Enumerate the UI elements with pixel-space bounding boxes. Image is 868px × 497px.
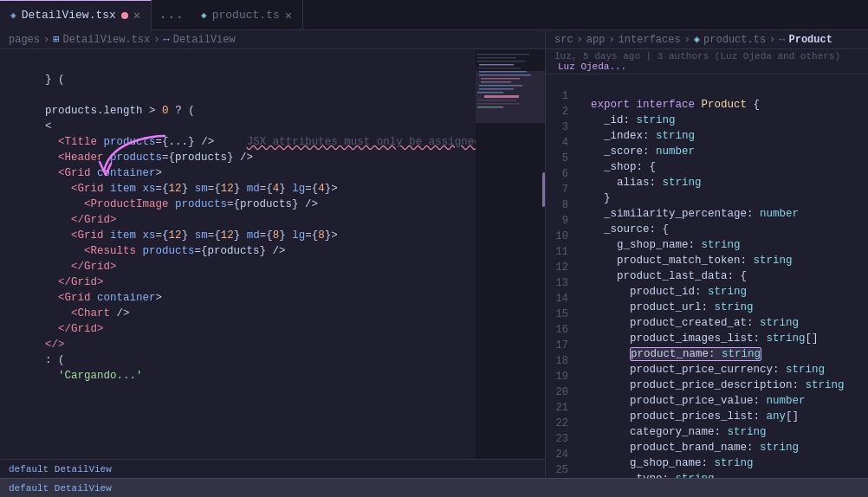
- bc-sep2: ›: [608, 34, 614, 46]
- blame-user: Luz Ojeda...: [558, 61, 626, 72]
- left-code-area: } ( products.length > 0 ? ( < <Title pro…: [0, 49, 545, 459]
- minimap[interactable]: [476, 49, 545, 459]
- blame-text: luz, 5 days ago | 3 authors (Luz Ojeda a…: [554, 51, 840, 61]
- export-label: default DetailView: [9, 464, 112, 474]
- ts-icon: ◈: [201, 10, 207, 21]
- scroll-indicator: [542, 172, 545, 207]
- export-value: default DetailView: [9, 483, 112, 494]
- bc-src: src: [554, 34, 573, 46]
- minimap-viewport: [476, 71, 545, 123]
- tab-detail-view[interactable]: ◈ DetailView.tsx ✕: [0, 0, 152, 30]
- left-editor-pane: pages › ⊞ DetailView.tsx › ↔ DetailView: [0, 30, 546, 478]
- svg-rect-1: [477, 57, 516, 59]
- bc-product-name: Product: [789, 34, 832, 46]
- breadcrumb-pages: pages: [9, 34, 40, 46]
- status-export: default DetailView: [9, 483, 112, 494]
- unsaved-dot: [121, 12, 128, 19]
- sep1: ›: [43, 34, 49, 46]
- bc-sep3: ›: [684, 34, 690, 46]
- tab-close-left[interactable]: ✕: [133, 8, 140, 23]
- svg-rect-3: [479, 64, 514, 66]
- right-breadcrumb: src › app › interfaces › ◈ product.ts › …: [546, 30, 868, 49]
- bc-product-ts: product.ts: [703, 34, 766, 46]
- svg-rect-2: [477, 61, 525, 62]
- tab-label-left: DetailView.tsx: [22, 9, 116, 22]
- bc-interfaces: interfaces: [619, 34, 681, 46]
- tsx-icon: ◈: [10, 10, 16, 21]
- left-breadcrumb: pages › ⊞ DetailView.tsx › ↔ DetailView: [0, 30, 545, 49]
- breadcrumb-detailview-tsx: DetailView.tsx: [62, 34, 150, 46]
- bc-product-ref: ↔: [779, 34, 785, 46]
- left-line-numbers: [0, 49, 36, 459]
- tab-label-right: product.ts: [212, 9, 280, 22]
- sep2: ›: [153, 34, 159, 46]
- right-code-area[interactable]: 1234567891011121314151617181920212223242…: [546, 74, 868, 478]
- tab-close-right[interactable]: ✕: [285, 8, 292, 23]
- minimap-content: [476, 49, 545, 459]
- right-code-content: export interface Product { _id: string _…: [582, 74, 868, 478]
- svg-rect-0: [477, 54, 529, 55]
- right-line-numbers: 1234567891011121314151617181920212223242…: [546, 74, 582, 478]
- right-editor-pane: src › app › interfaces › ◈ product.ts › …: [546, 30, 868, 478]
- bc-sep4: ›: [769, 34, 775, 46]
- svg-rect-4: [477, 68, 521, 69]
- blame-info: luz, 5 days ago | 3 authors (Luz Ojeda a…: [546, 49, 868, 74]
- tab-more-button[interactable]: ...: [152, 7, 191, 23]
- breadcrumb-ref-icon: ↔: [163, 34, 169, 46]
- breadcrumb-component-icon: ⊞: [53, 33, 59, 46]
- breadcrumb-detailview: DetailView: [173, 34, 236, 46]
- tab-product-ts[interactable]: ◈ product.ts ✕: [191, 0, 303, 30]
- bc-app: app: [586, 34, 606, 46]
- editor-container: pages › ⊞ DetailView.tsx › ↔ DetailView: [0, 30, 868, 478]
- left-bottom-bar: default DetailView: [0, 459, 545, 478]
- tab-bar: ◈ DetailView.tsx ✕ ... ◈ product.ts ✕: [0, 0, 868, 30]
- left-code-content[interactable]: } ( products.length > 0 ? ( < <Title pro…: [36, 49, 476, 459]
- bc-ts-icon: ◈: [694, 33, 700, 46]
- bc-sep1: ›: [577, 34, 583, 46]
- status-bar: default DetailView: [0, 478, 868, 497]
